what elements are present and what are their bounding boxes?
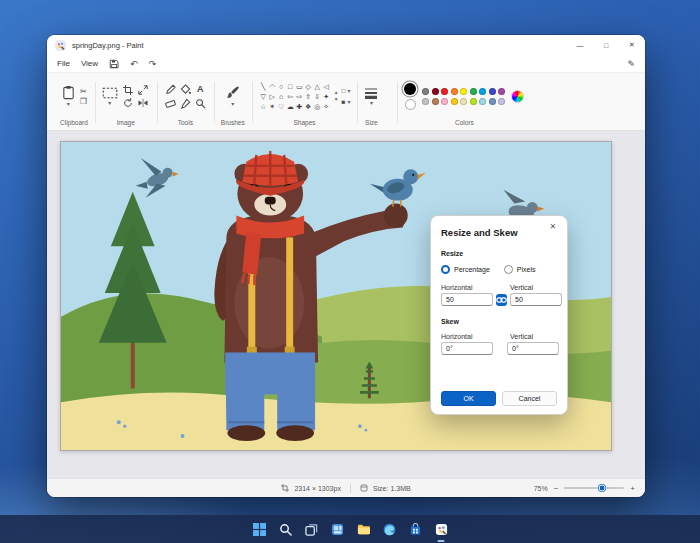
rotate-icon[interactable]: [123, 98, 133, 108]
paste-button[interactable]: ▾: [61, 85, 76, 107]
cancel-button[interactable]: Cancel: [502, 391, 557, 406]
save-icon[interactable]: [109, 59, 119, 69]
close-icon[interactable]: ✕: [619, 35, 645, 55]
widgets-icon[interactable]: [327, 519, 347, 539]
resize-vertical-input[interactable]: [510, 293, 562, 306]
shape-item[interactable]: ✧: [322, 102, 331, 111]
color-swatch[interactable]: [432, 88, 439, 95]
shape-item[interactable]: ◁: [322, 82, 331, 91]
shape-item[interactable]: ▽: [259, 92, 268, 101]
shape-item[interactable]: ○: [277, 82, 286, 91]
fill-icon[interactable]: [180, 84, 191, 95]
color-swatch[interactable]: [470, 88, 477, 95]
shape-item[interactable]: ✚: [295, 102, 304, 111]
menu-file[interactable]: File: [57, 59, 70, 68]
shape-item[interactable]: ◎: [313, 102, 322, 111]
color-swatch[interactable]: [479, 88, 486, 95]
zoom-slider-thumb[interactable]: [598, 485, 605, 492]
skew-horizontal-label: Horizontal: [441, 333, 510, 340]
percentage-radio[interactable]: Percentage: [441, 265, 490, 274]
zoom-in-icon[interactable]: +: [630, 484, 635, 493]
task-view-icon[interactable]: [301, 519, 321, 539]
shapes-scroll-down-icon[interactable]: ▾: [335, 97, 338, 102]
shape-item[interactable]: ♡: [277, 102, 286, 111]
edit-mode-icon[interactable]: ✎: [627, 59, 635, 69]
resize-icon[interactable]: [138, 85, 148, 95]
cut-icon[interactable]: ✂: [80, 87, 87, 96]
store-icon[interactable]: [405, 519, 425, 539]
window-controls: — □ ✕: [567, 35, 645, 55]
color-swatch[interactable]: [460, 98, 467, 105]
color-2-swatch[interactable]: [405, 99, 416, 110]
minimize-icon[interactable]: —: [567, 35, 593, 55]
color-swatch[interactable]: [470, 98, 477, 105]
shape-outline-button[interactable]: □▾: [341, 87, 350, 94]
flip-icon[interactable]: [138, 98, 148, 108]
text-tool-icon[interactable]: A: [197, 84, 204, 94]
resize-horizontal-input[interactable]: [441, 293, 493, 306]
shape-item[interactable]: ⇦: [286, 92, 295, 101]
color-swatch[interactable]: [451, 98, 458, 105]
zoom-slider[interactable]: [564, 487, 624, 489]
shape-item[interactable]: △: [313, 82, 322, 91]
shape-item[interactable]: ▭: [295, 82, 304, 91]
search-icon[interactable]: [275, 519, 295, 539]
select-button[interactable]: ▾: [102, 87, 118, 106]
skew-vertical-input[interactable]: [507, 342, 559, 355]
shape-item[interactable]: ╲: [259, 82, 268, 91]
color-1-swatch[interactable]: [404, 83, 416, 95]
shape-item[interactable]: ❖: [304, 102, 313, 111]
dialog-close-icon[interactable]: ✕: [546, 221, 560, 233]
skew-horizontal-input[interactable]: [441, 342, 493, 355]
zoom-percent: 75%: [534, 485, 548, 492]
color-swatch[interactable]: [479, 98, 486, 105]
eraser-icon[interactable]: [165, 98, 176, 109]
edit-colors-button[interactable]: [511, 90, 524, 103]
start-button[interactable]: [249, 519, 269, 539]
shapes-scroll-up-icon[interactable]: ▴: [335, 90, 338, 95]
shape-item[interactable]: ☁: [286, 102, 295, 111]
redo-icon[interactable]: ↷: [149, 59, 157, 69]
color-swatch[interactable]: [441, 88, 448, 95]
color-swatch[interactable]: [451, 88, 458, 95]
shape-item[interactable]: ☆: [259, 102, 268, 111]
color-swatch[interactable]: [422, 88, 429, 95]
zoom-out-icon[interactable]: −: [554, 484, 559, 493]
ok-button[interactable]: OK: [441, 391, 496, 406]
color-swatch[interactable]: [489, 88, 496, 95]
shape-item[interactable]: ⇧: [304, 92, 313, 101]
stroke-size-icon: [364, 87, 378, 99]
menu-view[interactable]: View: [81, 59, 98, 68]
magnifier-icon[interactable]: [195, 98, 206, 109]
undo-icon[interactable]: ↶: [130, 59, 138, 69]
shape-item[interactable]: ✦: [322, 92, 331, 101]
shape-fill-button[interactable]: ■▾: [341, 98, 350, 105]
color-swatch[interactable]: [498, 88, 505, 95]
color-picker-icon[interactable]: [180, 98, 191, 109]
shape-item[interactable]: ◇: [304, 82, 313, 91]
shape-item[interactable]: ⌂: [277, 92, 286, 101]
size-button[interactable]: ▾: [364, 87, 378, 106]
maximize-icon[interactable]: □: [593, 35, 619, 55]
pencil-icon[interactable]: [165, 84, 176, 95]
color-swatch[interactable]: [441, 98, 448, 105]
shape-item[interactable]: ◠: [268, 82, 277, 91]
color-swatch[interactable]: [422, 98, 429, 105]
copy-icon[interactable]: ❐: [80, 97, 87, 106]
shape-item[interactable]: ▷: [268, 92, 277, 101]
brushes-button[interactable]: ▾: [226, 85, 240, 107]
color-swatch[interactable]: [489, 98, 496, 105]
shape-item[interactable]: ⇨: [295, 92, 304, 101]
shape-item[interactable]: ✶: [268, 102, 277, 111]
color-swatch[interactable]: [432, 98, 439, 105]
crop-icon[interactable]: [123, 85, 133, 95]
edge-icon[interactable]: [379, 519, 399, 539]
pixels-radio[interactable]: Pixels: [504, 265, 536, 274]
paint-taskbar-icon[interactable]: [431, 519, 451, 539]
color-swatch[interactable]: [498, 98, 505, 105]
shape-item[interactable]: ⇩: [313, 92, 322, 101]
file-explorer-icon[interactable]: [353, 519, 373, 539]
shape-item[interactable]: □: [286, 82, 295, 91]
maintain-aspect-ratio-lock-icon[interactable]: [496, 294, 507, 306]
color-swatch[interactable]: [460, 88, 467, 95]
